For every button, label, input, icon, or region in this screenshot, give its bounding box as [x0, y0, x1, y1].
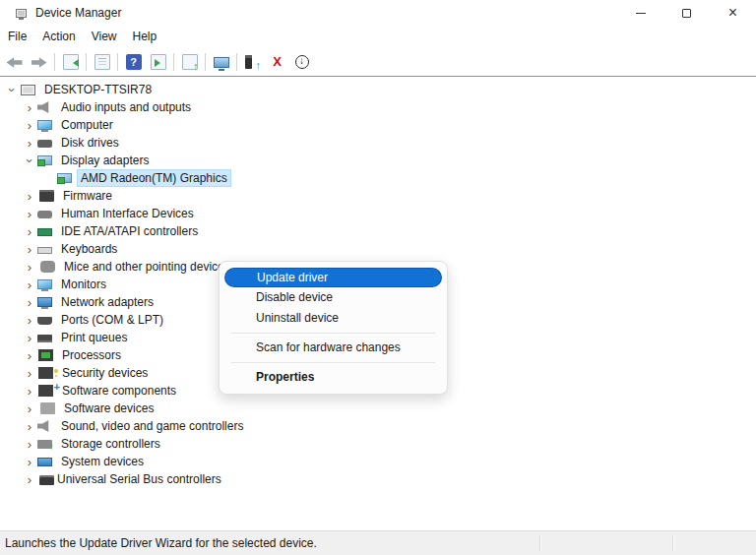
mouse-icon	[40, 261, 55, 273]
tree-item-label: Security devices	[59, 365, 151, 381]
tree-item-label: IDE ATA/ATAPI controllers	[58, 223, 201, 239]
maximize-icon	[682, 9, 691, 18]
chevron-right-icon[interactable]	[22, 261, 37, 274]
chevron-right-icon[interactable]	[22, 385, 37, 398]
menu-bar: FileActionViewHelp	[0, 26, 756, 47]
devices-by-type-button[interactable]	[146, 50, 170, 74]
chevron-right-icon[interactable]	[22, 208, 37, 220]
menu-view[interactable]: View	[92, 30, 117, 43]
display-icon	[37, 155, 52, 165]
menu-action[interactable]: Action	[42, 30, 75, 43]
tree-item[interactable]: Computer	[0, 116, 756, 134]
close-button[interactable]: ×	[710, 0, 756, 26]
forward-button[interactable]	[27, 50, 51, 74]
context-menu-separator	[231, 362, 435, 363]
tree-item-label: Audio inputs and outputs	[58, 99, 194, 115]
tree-item-label: Firmware	[60, 188, 115, 204]
toolbar-separator	[86, 53, 87, 71]
chevron-right-icon[interactable]	[22, 402, 37, 415]
tree-item[interactable]: Human Interface Devices	[0, 205, 756, 222]
chevron-right-icon[interactable]	[22, 119, 37, 132]
tree-item[interactable]: IDE ATA/ATAPI controllers	[0, 222, 756, 240]
tree-item[interactable]: Audio inputs and outputs	[0, 98, 756, 116]
chevron-right-icon[interactable]	[22, 225, 37, 238]
properties-button[interactable]	[90, 50, 114, 74]
tree-item-label: Computer	[58, 117, 116, 133]
security-icon	[38, 367, 53, 379]
chevron-right-icon[interactable]	[22, 137, 37, 150]
chevron-right-icon[interactable]	[22, 314, 37, 327]
chevron-right-icon[interactable]	[22, 456, 37, 468]
chevron-placeholder	[41, 172, 57, 185]
uninstall-device-button[interactable]	[265, 50, 289, 74]
tree-item[interactable]: Disk drives	[0, 134, 756, 152]
tree-item-label: Human Interface Devices	[58, 206, 197, 221]
hid-icon	[37, 211, 52, 218]
tree-item[interactable]: DESKTOP-TTSIR78	[0, 81, 756, 98]
status-bar: Launches the Update Driver Wizard for th…	[0, 530, 756, 555]
tree-item-label: Processors	[59, 347, 124, 363]
disable-device-icon	[295, 55, 309, 69]
ports-icon	[37, 317, 52, 325]
ide-icon	[37, 228, 52, 236]
tree-item[interactable]: System devices	[0, 453, 756, 470]
scan-hardware-changes-button[interactable]	[209, 50, 233, 74]
context-menu-item-update-driver[interactable]: Update driver	[224, 268, 442, 287]
tree-item[interactable]: Universal Serial Bus controllers	[0, 470, 756, 488]
chevron-right-icon[interactable]	[22, 190, 37, 203]
chevron-right-icon[interactable]	[22, 420, 37, 433]
status-text: Launches the Update Driver Wizard for th…	[5, 536, 317, 550]
driver-update-icon	[245, 55, 252, 69]
console-tree-button[interactable]	[58, 50, 83, 74]
tree-item[interactable]: Sound, video and game controllers	[0, 417, 756, 435]
sound-icon	[37, 420, 52, 432]
device-manager-app-icon	[16, 9, 27, 18]
context-menu-item-disable-device[interactable]: Disable device	[224, 287, 442, 308]
menu-file[interactable]: File	[8, 30, 27, 43]
tree-item-label: Storage controllers	[58, 436, 163, 452]
context-menu-item-uninstall-device[interactable]: Uninstall device	[224, 308, 442, 329]
back-button[interactable]	[2, 50, 27, 74]
chevron-right-icon[interactable]	[22, 101, 37, 114]
toolbar-separator	[205, 53, 206, 71]
chevron-right-icon[interactable]	[22, 438, 37, 451]
network-icon	[37, 297, 52, 307]
tree-item[interactable]: Display adapters	[0, 152, 756, 169]
tree-item[interactable]: Software devices	[0, 400, 756, 417]
chevron-down-icon[interactable]	[4, 84, 20, 96]
tree-item-label: Network adapters	[58, 294, 157, 310]
minimize-button[interactable]	[617, 0, 663, 26]
firmware-icon	[39, 190, 54, 202]
keyboard-icon	[37, 247, 52, 254]
help-button[interactable]	[121, 50, 146, 74]
chevron-right-icon[interactable]	[22, 296, 37, 309]
chevron-right-icon[interactable]	[22, 367, 37, 380]
chevron-down-icon[interactable]	[22, 154, 37, 167]
chevron-right-icon[interactable]	[22, 278, 37, 291]
tree-item[interactable]: Firmware	[0, 187, 756, 205]
uninstall-device-icon	[270, 54, 285, 70]
usb-icon	[39, 475, 54, 485]
context-menu-item-scan-for-hardware-changes[interactable]: Scan for hardware changes	[224, 338, 442, 358]
update-driver-button[interactable]	[177, 50, 202, 74]
minimize-icon	[636, 13, 646, 14]
tree-item-label: Software components	[59, 383, 179, 399]
chevron-right-icon[interactable]	[22, 332, 37, 344]
tree-item-label: Universal Serial Bus controllers	[54, 471, 224, 487]
chevron-right-icon[interactable]	[22, 243, 37, 256]
tree-item[interactable]: AMD Radeon(TM) Graphics	[0, 169, 756, 187]
toolbar-separator	[117, 53, 118, 71]
menu-help[interactable]: Help	[133, 30, 158, 43]
context-menu-item-properties[interactable]: Properties	[224, 367, 442, 388]
status-bar-separator	[539, 535, 540, 551]
maximize-button[interactable]	[663, 0, 710, 26]
driver-update-button[interactable]	[240, 50, 265, 74]
tree-item-label: System devices	[58, 454, 147, 469]
forward-icon	[32, 56, 47, 69]
tree-item[interactable]: Keyboards	[0, 240, 756, 258]
chevron-right-icon[interactable]	[22, 473, 37, 486]
tree-item[interactable]: Storage controllers	[0, 435, 756, 453]
disable-device-button[interactable]	[289, 50, 314, 74]
scan-hardware-changes-icon	[214, 57, 229, 68]
chevron-right-icon[interactable]	[22, 349, 37, 362]
